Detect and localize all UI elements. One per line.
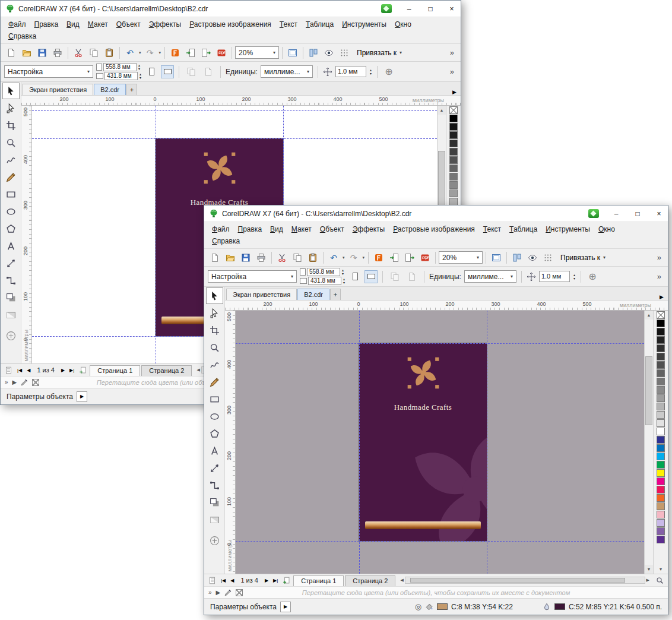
- menu-item-11[interactable]: Окно: [391, 18, 416, 30]
- dimension-tool[interactable]: [2, 255, 20, 271]
- page-width-field[interactable]: 558.8 мм: [307, 268, 340, 276]
- color-swatch[interactable]: [657, 336, 665, 344]
- color-swatch[interactable]: [657, 361, 665, 369]
- scroll-up-button[interactable]: ▲: [438, 106, 446, 115]
- fill-color-swatch[interactable]: [437, 603, 448, 610]
- page-height-spinner[interactable]: ▴▾: [343, 277, 345, 284]
- copy-button[interactable]: [290, 251, 305, 265]
- landscape-button[interactable]: [161, 65, 174, 78]
- drop-shadow-tool[interactable]: [206, 494, 223, 511]
- transparency-tool[interactable]: [2, 306, 20, 323]
- property-bar-overflow-button[interactable]: »: [654, 272, 664, 281]
- nudge-offset-field[interactable]: 1.0 мм: [539, 271, 570, 282]
- copy-button[interactable]: [87, 46, 101, 60]
- page-sorter-button[interactable]: [207, 574, 218, 586]
- show-rulers-button[interactable]: [306, 46, 321, 60]
- snap-grid-button[interactable]: [541, 251, 555, 265]
- connector-tool[interactable]: [2, 272, 20, 289]
- page-width-spinner[interactable]: ▴▾: [341, 268, 344, 276]
- vertical-ruler[interactable]: миллиметры 5004003002001000: [21, 106, 32, 363]
- flyout-arrow-button[interactable]: ▶: [12, 379, 17, 385]
- color-swatch[interactable]: [657, 461, 665, 469]
- menu-item-5[interactable]: Объект: [316, 223, 348, 235]
- color-swatch[interactable]: [657, 444, 665, 452]
- page-sorter-button[interactable]: [3, 364, 14, 376]
- zoom-tool[interactable]: [206, 339, 223, 356]
- color-swatch[interactable]: [657, 502, 665, 510]
- open-button[interactable]: [223, 251, 237, 265]
- color-swatch[interactable]: [657, 328, 665, 336]
- redo-button[interactable]: ↷: [347, 251, 361, 265]
- text-tool[interactable]: [206, 442, 223, 459]
- property-bar-overflow-button[interactable]: »: [447, 67, 457, 76]
- add-page-button[interactable]: [281, 574, 292, 586]
- spin-down-icon[interactable]: ▾: [343, 281, 345, 284]
- horizontal-scroll-track[interactable]: [405, 577, 645, 584]
- units-select[interactable]: миллиме... ▾: [464, 270, 516, 283]
- guide-vertical-right[interactable]: [487, 311, 487, 574]
- portrait-button[interactable]: [145, 65, 158, 78]
- color-swatch[interactable]: [657, 436, 665, 444]
- new-document-tab-button[interactable]: +: [126, 84, 137, 95]
- tab-document[interactable]: B2.cdr: [297, 289, 329, 300]
- paste-button[interactable]: [306, 251, 320, 265]
- application-launcher-button[interactable]: [372, 251, 386, 265]
- publish-pdf-button[interactable]: [418, 251, 432, 265]
- undo-button[interactable]: ↶: [123, 46, 137, 60]
- page-height-spinner[interactable]: ▴▾: [139, 72, 142, 80]
- scroll-down-button[interactable]: ▼: [645, 565, 653, 574]
- color-swatch[interactable]: [657, 453, 665, 460]
- snap-to-button[interactable]: Привязать к ▾: [353, 48, 406, 58]
- no-color-well[interactable]: [32, 379, 39, 386]
- previous-page-button[interactable]: ◀: [229, 574, 236, 586]
- menu-item-3[interactable]: Вид: [266, 223, 287, 235]
- show-preview-button[interactable]: [322, 46, 336, 60]
- palette-flyout-button[interactable]: ▾: [656, 566, 665, 572]
- tab-document[interactable]: B2.cdr: [94, 84, 126, 95]
- title-bar[interactable]: CorelDRAW X7 (64 бит) - C:\Users\darrell…: [204, 205, 668, 222]
- color-swatch[interactable]: [449, 165, 458, 172]
- open-button[interactable]: [20, 46, 34, 60]
- spin-down-icon[interactable]: ▾: [138, 67, 141, 71]
- add-tools-button[interactable]: [2, 327, 20, 344]
- menu-item-1[interactable]: Файл: [4, 18, 30, 30]
- freehand-tool[interactable]: [206, 356, 223, 373]
- show-rulers-button[interactable]: [510, 251, 524, 265]
- menu-item-11[interactable]: Окно: [594, 223, 619, 235]
- color-swatch[interactable]: [657, 469, 665, 477]
- dimension-tool[interactable]: [206, 460, 223, 476]
- redo-button[interactable]: ↷: [143, 46, 157, 60]
- page-tab-1[interactable]: Страница 1: [293, 575, 344, 586]
- no-color-swatch[interactable]: [657, 311, 665, 319]
- first-page-button[interactable]: |◀: [15, 364, 24, 376]
- cut-button[interactable]: [71, 46, 85, 60]
- current-page-button[interactable]: [405, 270, 419, 284]
- freehand-tool[interactable]: [2, 151, 20, 168]
- print-button[interactable]: [50, 46, 65, 60]
- zoom-level-select[interactable]: 20% ▾: [439, 251, 483, 264]
- page-tab-2[interactable]: Страница 2: [141, 365, 192, 376]
- nudge-spinner[interactable]: ▴▾: [369, 68, 372, 75]
- menu-item-10[interactable]: Инструменты: [338, 18, 391, 30]
- menu-item-6[interactable]: Эффекты: [348, 223, 389, 235]
- page-height-field[interactable]: 431.8 мм: [308, 277, 341, 285]
- no-color-swatch[interactable]: [449, 106, 458, 114]
- page-preset-select[interactable]: Настройка ▾: [4, 65, 93, 78]
- color-swatch[interactable]: [657, 494, 665, 502]
- save-button[interactable]: [239, 251, 253, 265]
- export-button[interactable]: [199, 46, 213, 60]
- all-pages-button[interactable]: [184, 65, 198, 79]
- full-screen-preview-button[interactable]: [286, 46, 300, 60]
- scroll-left-button[interactable]: ◀: [399, 578, 404, 583]
- application-launcher-button[interactable]: [168, 46, 182, 60]
- cut-button[interactable]: [275, 251, 289, 265]
- color-swatch[interactable]: [449, 148, 458, 156]
- menu-item-4[interactable]: Макет: [287, 223, 316, 235]
- menu-item-6[interactable]: Эффекты: [145, 18, 186, 30]
- menu-item-2[interactable]: Правка: [30, 18, 63, 30]
- scroll-left-button[interactable]: ◀: [195, 368, 201, 372]
- guide-horizontal-bottom[interactable]: [236, 541, 644, 542]
- outline-color-swatch[interactable]: [554, 603, 565, 610]
- tab-scroll-right-button[interactable]: ▶: [655, 294, 668, 300]
- toolbar-overflow-button[interactable]: »: [447, 48, 457, 57]
